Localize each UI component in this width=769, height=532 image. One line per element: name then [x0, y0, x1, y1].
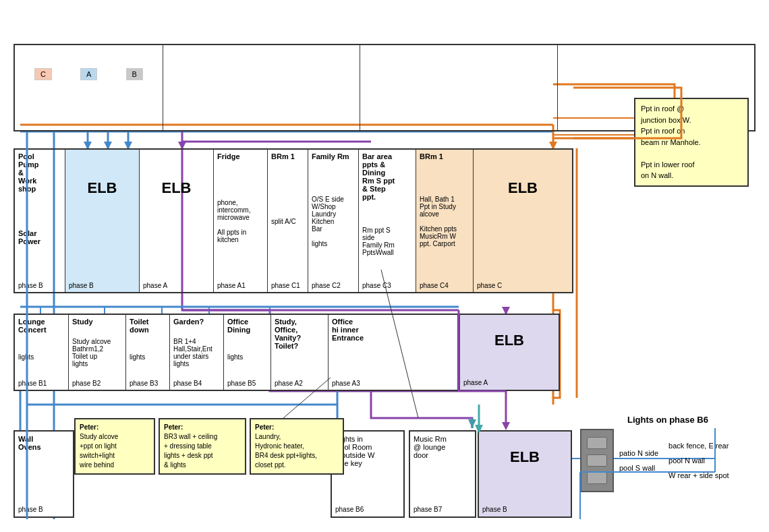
office-dining-content: lights — [227, 353, 267, 361]
elb-2-box: ELB phase A — [140, 150, 214, 292]
brm1-c4-phase: phase C4 — [420, 282, 469, 289]
lights-panel-title: Lights on phase B6 — [580, 415, 756, 425]
phase-b: B — [126, 68, 143, 80]
bar-area-box: Bar areappts &DiningRm S ppt& Stepppt. R… — [359, 150, 416, 292]
fridge-content: phone,intercomm,microwaveAll ppts inkitc… — [217, 199, 264, 243]
elb-3-box: ELB phase C — [474, 150, 572, 292]
bar-area-phase: phase C3 — [362, 282, 412, 289]
svg-marker-15 — [502, 422, 510, 430]
panel-label-pool-s: pool S wall — [619, 461, 658, 475]
family-rm-phase: phase C2 — [312, 282, 355, 289]
lights-pool-phase: phase B6 — [335, 506, 400, 513]
office-inner-title: Officehi innerEntrance — [332, 318, 454, 342]
elb-mid-right-phase: phase A — [463, 379, 488, 386]
pool-pump-box: PoolPump&Workshop SolarPower phase B — [15, 150, 65, 292]
garden-box: Garden? BR 1+4Hall,Stair,Entunder stairs… — [170, 315, 224, 390]
study-title: Study — [72, 318, 122, 326]
elb-1-box: ELB phase B — [65, 150, 140, 292]
peter-note-br3-content: BR3 wall + ceiling+ dressing tablelights… — [164, 432, 241, 470]
wall-ovens-box: WallOvens phase B — [13, 430, 74, 518]
peter-note-study: Peter: Study alcove+ppt on lightswitch+l… — [74, 418, 155, 475]
study2-title: Study,Office,Vanity?Toilet? — [275, 318, 324, 350]
solar-power-label: SolarPower — [18, 229, 61, 245]
lounge-box: LoungeConcert lights phase B1 — [15, 315, 69, 390]
office-inner-box: Officehi innerEntrance phase A3 — [329, 315, 457, 390]
bot-section: LoungeConcert lights phase B1 Study Stud… — [13, 314, 459, 391]
phase-c: C — [34, 68, 52, 80]
brm1-c1-box: BRm 1 split A/C phase C1 — [268, 150, 308, 292]
study-content: Study alcoveBathrm1,2Toilet uplights — [72, 338, 122, 367]
brm1-c4-box: BRm 1 Hall, Bath 1Ppt in StudyalcoveKitc… — [416, 150, 474, 292]
study-phase: phase B2 — [72, 380, 122, 387]
brm1-c4-content: Hall, Bath 1Ppt in StudyalcoveKitchen pp… — [420, 196, 469, 247]
panel-labels-left: patio N side pool S wall — [619, 446, 658, 475]
panel-label-pool-n: pool N wallW rear + side spot — [668, 453, 729, 483]
peter-note-laundry: Peter: Laundry,Hydronic heater,BR4 desk … — [250, 418, 344, 475]
panel-box — [580, 429, 614, 492]
elb-3-label: ELB — [477, 152, 569, 197]
elb-1-label: ELB — [69, 152, 136, 197]
elb-mid-right-box: ELB phase A — [459, 314, 560, 391]
peter-note-laundry-title: Peter: — [255, 423, 339, 432]
family-rm-title: Family Rm — [312, 152, 355, 160]
music-rm-box: Music Rm@ loungedoor phase B7 — [409, 430, 476, 518]
fridge-title: Fridge — [217, 152, 264, 160]
wall-ovens-phase: phase B — [18, 506, 69, 513]
main-switch-box: C A B — [15, 45, 163, 130]
panel-label-patio: patio N side — [619, 446, 658, 461]
peter-note-study-title: Peter: — [80, 423, 150, 432]
office-dining-phase: phase B5 — [227, 380, 267, 387]
elb-2-phase: phase A — [143, 282, 210, 289]
toilet-down-content: lights — [130, 353, 166, 361]
brm1-c1-phase: phase C1 — [271, 282, 304, 289]
elb-bottom-right-phase: phase B — [482, 506, 507, 513]
lights-pool-title: Lights inPool Room+ outside WSee key — [335, 435, 400, 467]
lounge-content: lights — [18, 353, 65, 361]
page-title — [0, 0, 769, 8]
toilet-down-title: Toilet down — [130, 318, 166, 334]
elb-mid-right-label: ELB — [494, 318, 524, 349]
peter-note-top: Ppt in roof @junction box W.Ppt in roof … — [634, 98, 749, 187]
music-rm-phase: phase B7 — [414, 506, 472, 513]
toilet-down-box: Toilet down lights phase B3 — [126, 315, 170, 390]
switch-3[interactable] — [587, 472, 607, 484]
ac-upstairs-box — [360, 45, 557, 130]
garden-phase: phase B4 — [173, 380, 220, 387]
brm1-c1-title: BRm 1 — [271, 152, 304, 160]
peter-note-laundry-content: Laundry,Hydronic heater,BR4 desk ppt+lig… — [255, 432, 339, 470]
switch-2[interactable] — [587, 454, 607, 467]
elb-3-phase: phase C — [477, 282, 569, 289]
lounge-title: LoungeConcert — [18, 318, 65, 334]
mid-section: PoolPump&Workshop SolarPower phase B ELB… — [13, 148, 573, 293]
fridge-phase: phase A1 — [217, 282, 264, 289]
pool-pump-title: PoolPump&Workshop — [18, 152, 61, 193]
elb-bottom-right-label: ELB — [510, 435, 540, 466]
pool-pump-phase: phase B — [18, 282, 61, 289]
toilet-down-phase: phase B3 — [130, 380, 166, 387]
phase-a: A — [80, 68, 97, 80]
peter-note-br3-title: Peter: — [164, 423, 241, 432]
garden-content: BR 1+4Hall,Stair,Entunder stairslights — [173, 338, 220, 367]
office-dining-title: OfficeDining — [227, 318, 267, 334]
study2-box: Study,Office,Vanity?Toilet? phase A2 — [271, 315, 329, 390]
peter-note-top-content: Ppt in roof @junction box W.Ppt in roof … — [641, 103, 742, 181]
bar-area-content: Rm ppt SsideFamily RmPptsWwall — [362, 227, 412, 256]
garden-title: Garden? — [173, 318, 220, 326]
lights-panel-section: Lights on phase B6 patio N side pool S w… — [580, 415, 756, 492]
elb-2-label: ELB — [143, 152, 210, 197]
phases-row: C A B — [20, 68, 157, 80]
wall-ovens-title: WallOvens — [18, 435, 69, 451]
peter-note-br3: Peter: BR3 wall + ceiling+ dressing tabl… — [159, 418, 246, 475]
lounge-phase: phase B1 — [18, 380, 65, 387]
study-box: Study Study alcoveBathrm1,2Toilet upligh… — [69, 315, 126, 390]
surge-box — [163, 45, 360, 130]
svg-marker-0 — [468, 419, 476, 428]
brm1-c1-content: split A/C — [271, 218, 304, 225]
elb-bottom-right-box: ELB phase B — [478, 430, 572, 518]
panel-labels-right: back fence, E rear pool N wallW rear + s… — [668, 438, 729, 483]
switch-1[interactable] — [587, 437, 607, 449]
family-rm-box: Family Rm O/S E sideW/ShopLaundryKitchen… — [308, 150, 359, 292]
brm1-c4-title: BRm 1 — [420, 152, 469, 160]
bar-area-title: Bar areappts &DiningRm S ppt& Stepppt. — [362, 152, 412, 201]
office-dining-box: OfficeDining lights phase B5 — [224, 315, 271, 390]
